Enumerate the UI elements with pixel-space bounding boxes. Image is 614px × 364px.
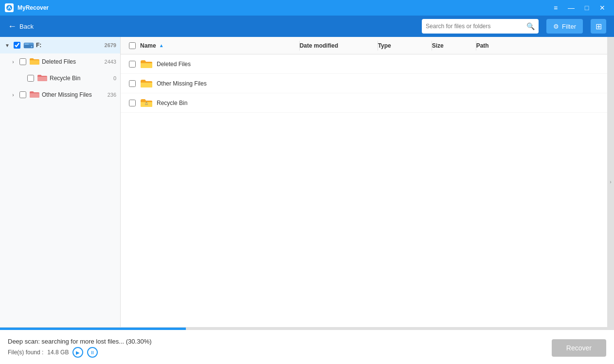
row-checkbox-recycle[interactable]	[129, 100, 136, 106]
row-checkbox-deleted[interactable]	[129, 61, 136, 68]
back-label: Back	[19, 23, 34, 30]
file-table-header: Name ▲ Date modified Type Size Path	[121, 37, 607, 54]
sidebar-item-deleted[interactable]: › Deleted Files 2443	[0, 53, 120, 70]
expand-placeholder-recycle	[18, 75, 24, 82]
sidebar-root-label: F:	[36, 42, 101, 49]
sidebar-checkbox-recycle[interactable]	[27, 75, 34, 82]
content-area: ▼ F: 2679 ›	[0, 37, 614, 327]
close-button[interactable]: ✕	[596, 1, 609, 15]
file-folder-icon-recycle	[140, 98, 153, 108]
header-date[interactable]: Date modified	[300, 42, 378, 49]
app-logo	[5, 3, 14, 12]
sidebar-root-count: 2679	[105, 42, 116, 48]
expand-icon-root[interactable]: ▼	[4, 42, 11, 49]
file-list: Deleted Files	[121, 54, 607, 327]
expand-icon-other[interactable]: ›	[10, 91, 17, 98]
expand-icon-deleted[interactable]: ›	[10, 58, 17, 65]
files-found-value: 14.8 GB	[47, 349, 69, 356]
svg-rect-4	[25, 44, 29, 45]
minimize-button[interactable]: —	[564, 1, 578, 15]
scanning-text: Deep scan: searching for more lost files…	[8, 338, 152, 345]
sidebar-other-count: 236	[108, 92, 116, 98]
sidebar-item-other[interactable]: › Other Missing Files 236	[0, 87, 120, 103]
table-row[interactable]: Deleted Files	[121, 54, 607, 74]
title-bar-left: MyRecover	[5, 3, 49, 12]
drive-icon	[23, 40, 34, 51]
select-all-checkbox[interactable]	[129, 42, 136, 49]
sidebar-checkbox-deleted[interactable]	[19, 58, 26, 65]
recover-button[interactable]: Recover	[552, 339, 606, 357]
back-arrow-icon: ←	[8, 21, 17, 32]
collapse-icon: ›	[610, 179, 611, 185]
sidebar-item-recycle[interactable]: Recycle Bin 0	[0, 70, 120, 87]
header-check	[125, 42, 140, 49]
sidebar-checkbox-other[interactable]	[19, 91, 26, 98]
view-toggle-button[interactable]: ⊞	[591, 19, 606, 34]
sidebar-deleted-label: Deleted Files	[42, 58, 101, 65]
sidebar-item-root[interactable]: ▼ F: 2679	[0, 37, 120, 53]
file-folder-icon-deleted	[140, 59, 153, 69]
file-panel: Name ▲ Date modified Type Size Path	[121, 37, 607, 327]
play-button[interactable]: ▶	[72, 347, 83, 358]
table-row[interactable]: Recycle Bin	[121, 93, 607, 113]
pause-button[interactable]: ⏸	[87, 347, 98, 358]
back-button[interactable]: ← Back	[8, 21, 34, 32]
status-bar: Deep scan: searching for more lost files…	[0, 327, 614, 364]
filter-icon: ⚙	[553, 23, 559, 30]
sort-icon[interactable]: ▲	[159, 43, 164, 48]
search-input[interactable]	[426, 23, 524, 30]
maximize-button[interactable]: □	[580, 1, 594, 15]
status-left: Deep scan: searching for more lost files…	[8, 338, 152, 358]
file-folder-icon-other	[140, 78, 153, 89]
toolbar: ← Back 🔍 ⚙ Filter ⊞	[0, 16, 614, 37]
sidebar-recycle-count: 0	[113, 75, 116, 81]
progress-bar-container	[0, 328, 614, 330]
row-check-other	[125, 80, 140, 87]
folder-icon-other	[29, 90, 40, 100]
main-content: ▼ F: 2679 ›	[0, 37, 614, 364]
sidebar-recycle-label: Recycle Bin	[50, 75, 109, 82]
header-size[interactable]: Size	[432, 42, 476, 49]
status-content: Deep scan: searching for more lost files…	[8, 338, 606, 358]
panel-collapse-handle[interactable]: ›	[607, 37, 614, 327]
sidebar-checkbox-root[interactable]	[14, 42, 20, 49]
row-checkbox-other[interactable]	[129, 80, 136, 87]
file-name-other: Other Missing Files	[157, 80, 207, 87]
files-found-row: File(s) found : 14.8 GB ▶ ⏸	[8, 347, 152, 358]
svg-point-3	[31, 46, 33, 47]
filter-label: Filter	[562, 23, 576, 30]
search-box: 🔍	[422, 19, 539, 34]
file-name-recycle: Recycle Bin	[157, 100, 187, 106]
row-check-deleted	[125, 61, 140, 68]
header-type[interactable]: Type	[378, 42, 432, 49]
app-title: MyRecover	[18, 4, 49, 11]
menu-button[interactable]: ≡	[549, 1, 562, 15]
grid-view-icon: ⊞	[596, 22, 602, 31]
folder-icon-deleted	[29, 57, 40, 67]
title-bar-controls: ≡ — □ ✕	[549, 1, 609, 15]
filter-button[interactable]: ⚙ Filter	[546, 19, 583, 34]
header-path[interactable]: Path	[476, 42, 603, 49]
files-found-label: File(s) found :	[8, 349, 43, 356]
sidebar-deleted-count: 2443	[105, 59, 116, 65]
table-row[interactable]: Other Missing Files	[121, 74, 607, 93]
header-name[interactable]: Name ▲	[140, 42, 299, 49]
sidebar: ▼ F: 2679 ›	[0, 37, 121, 327]
progress-bar-fill	[0, 328, 186, 330]
row-check-recycle	[125, 100, 140, 106]
folder-icon-recycle	[37, 73, 48, 84]
search-icon[interactable]: 🔍	[526, 22, 535, 30]
sidebar-other-label: Other Missing Files	[42, 91, 104, 98]
title-bar: MyRecover ≡ — □ ✕	[0, 0, 614, 16]
file-name-deleted: Deleted Files	[157, 61, 191, 68]
